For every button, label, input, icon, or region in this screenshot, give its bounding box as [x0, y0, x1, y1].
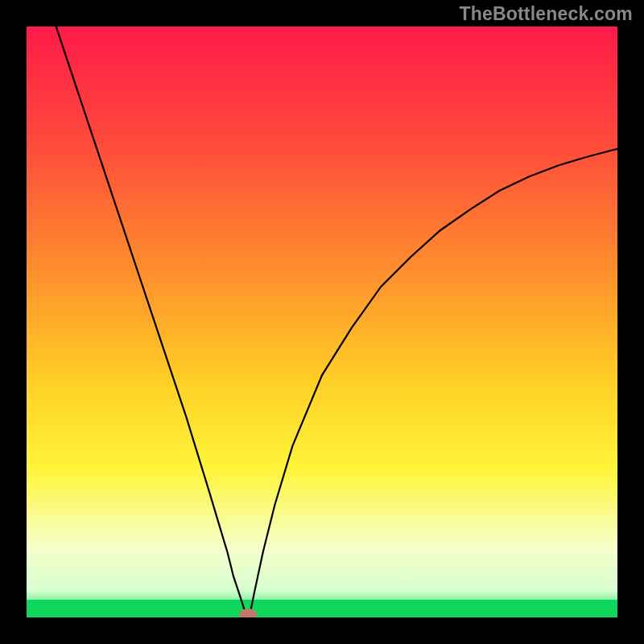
gradient-background	[27, 27, 617, 617]
plot-area	[27, 27, 617, 617]
green-band	[27, 600, 617, 617]
chart-frame: TheBottleneck.com	[0, 0, 644, 644]
plot-svg	[27, 27, 617, 617]
watermark-text: TheBottleneck.com	[459, 3, 633, 25]
